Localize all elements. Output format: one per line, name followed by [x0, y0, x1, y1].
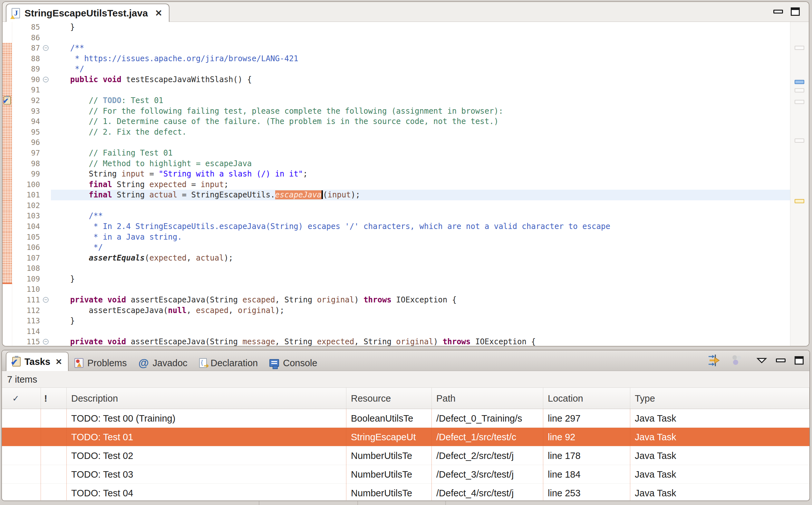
editor-tab[interactable]: StringEscapeUtilsTest.java ✕ — [6, 4, 169, 22]
code-line[interactable]: 93 // For the following failing test, pl… — [3, 106, 809, 117]
code-text[interactable]: */ — [51, 64, 790, 74]
column-header-check[interactable]: ✓ — [2, 388, 41, 409]
code-text[interactable]: /** — [51, 43, 790, 53]
code-text[interactable]: final String expected = input; — [51, 179, 790, 190]
code-line[interactable]: 108 — [3, 263, 809, 274]
maximize-icon[interactable] — [795, 356, 804, 365]
task-row[interactable]: TODO: Test 04NumberUtilsTe/Defect_4/src/… — [2, 484, 809, 501]
view-tab-tasks[interactable]: Tasks✕ — [6, 352, 69, 371]
code-text[interactable]: // Failing Test 01 — [51, 148, 790, 158]
code-text[interactable] — [51, 326, 790, 337]
code-line[interactable]: 85 } — [3, 22, 809, 32]
code-text[interactable] — [51, 200, 790, 211]
close-icon[interactable]: ✕ — [55, 357, 62, 366]
code-text[interactable]: // 1. Determine cause of the failure. (T… — [51, 116, 790, 127]
code-editor[interactable]: 85 }8687− /**88 * https://issues.apache.… — [3, 22, 809, 346]
code-line[interactable]: 94 // 1. Determine cause of the failure.… — [3, 116, 809, 127]
view-menu-icon[interactable] — [757, 357, 767, 364]
minimize-icon[interactable] — [773, 10, 783, 13]
ruler-marker-yellow[interactable] — [795, 199, 804, 203]
current-code-line[interactable]: final String actual = StringEscapeUtils.… — [51, 190, 790, 200]
fold-collapse-icon[interactable]: − — [43, 297, 49, 303]
focus-on-selected-task-icon[interactable] — [708, 354, 721, 367]
column-header-resource[interactable]: Resource — [347, 388, 432, 409]
fold-collapse-icon[interactable]: − — [43, 77, 49, 82]
code-line[interactable]: 97 // Failing Test 01 — [3, 148, 809, 158]
column-header-priority[interactable]: ! — [41, 388, 67, 409]
code-text[interactable] — [51, 137, 790, 148]
code-text[interactable]: * https://issues.apache.org/jira/browse/… — [51, 53, 790, 64]
view-tab-javadoc[interactable]: @Javadoc — [133, 355, 193, 371]
column-header-path[interactable]: Path — [432, 388, 543, 409]
code-text[interactable]: // 2. Fix the defect. — [51, 127, 790, 138]
code-line[interactable]: 113 } — [3, 316, 809, 326]
code-line[interactable]: 86 — [3, 32, 809, 43]
code-text[interactable]: */ — [51, 242, 790, 253]
code-line[interactable]: 104 * In 2.4 StringEscapeUtils.escapeJav… — [3, 221, 809, 232]
code-line[interactable]: 91 — [3, 85, 809, 95]
task-row[interactable]: TODO: Test 00 (Training)BooleanUtilsTe/D… — [2, 409, 809, 428]
ruler-marker-outline[interactable] — [795, 46, 804, 50]
code-line[interactable]: 107 assertEquals(expected, actual); — [3, 253, 809, 264]
code-line[interactable]: 92 // TODO: Test 01 — [3, 95, 809, 106]
code-text[interactable]: assertEquals(expected, actual); — [51, 253, 790, 264]
code-line[interactable]: 100 final String expected = input; — [3, 179, 809, 190]
code-text[interactable]: * in a Java string. — [51, 232, 790, 242]
code-line[interactable]: 111− private void assertEscapeJava(Strin… — [3, 295, 809, 305]
ruler-marker-outline[interactable] — [795, 100, 804, 104]
view-tab-console[interactable]: Console — [264, 355, 323, 371]
view-tab-problems[interactable]: Problems — [69, 355, 133, 371]
code-line[interactable]: 109 } — [3, 274, 809, 284]
code-text[interactable]: public void testEscapeJavaWithSlash() { — [51, 74, 790, 85]
code-line[interactable]: 110 — [3, 284, 809, 295]
code-line[interactable]: 98 // Method to highlight = escapeJava — [3, 158, 809, 169]
code-text[interactable]: } — [51, 274, 790, 284]
ruler-marker-outline[interactable] — [795, 139, 804, 143]
code-text[interactable]: } — [51, 316, 790, 326]
close-icon[interactable]: ✕ — [155, 8, 162, 18]
code-text[interactable]: String input = "String with a slash (/) … — [51, 169, 790, 179]
code-line[interactable]: 115− private void assertEscapeJava(Strin… — [3, 337, 809, 347]
ruler-marker-blue[interactable] — [795, 80, 804, 84]
code-text[interactable]: /** — [51, 211, 790, 221]
code-line[interactable]: 89 */ — [3, 64, 809, 74]
task-marker-icon[interactable] — [4, 96, 11, 105]
code-text[interactable] — [51, 263, 790, 274]
column-header-location[interactable]: Location — [543, 388, 630, 409]
code-line[interactable]: 101 final String actual = StringEscapeUt… — [3, 190, 809, 200]
column-header-description[interactable]: Description — [67, 388, 347, 409]
filters-icon[interactable] — [730, 354, 743, 367]
minimize-icon[interactable] — [776, 358, 786, 362]
view-tab-declaration[interactable]: Declaration — [193, 355, 264, 371]
code-line[interactable]: 90− public void testEscapeJavaWithSlash(… — [3, 74, 809, 85]
column-header-type[interactable]: Type — [630, 388, 809, 409]
code-line[interactable]: 106 */ — [3, 242, 809, 253]
fold-collapse-icon[interactable]: − — [43, 45, 49, 51]
overview-ruler[interactable] — [790, 22, 809, 346]
code-text[interactable]: private void assertEscapeJava(String mes… — [51, 337, 790, 347]
code-text[interactable] — [51, 284, 790, 295]
maximize-icon[interactable] — [791, 7, 800, 16]
code-text[interactable]: // For the following failing test, pleas… — [51, 106, 790, 117]
code-line[interactable]: 102 — [3, 200, 809, 211]
task-row[interactable]: TODO: Test 03NumberUtilsTe/Defect_3/src/… — [2, 465, 809, 484]
code-line[interactable]: 95 // 2. Fix the defect. — [3, 127, 809, 138]
code-line[interactable]: 105 * in a Java string. — [3, 232, 809, 242]
ruler-marker-outline[interactable] — [795, 88, 804, 93]
code-text[interactable]: // Method to highlight = escapeJava — [51, 158, 790, 169]
code-line[interactable]: 87− /** — [3, 43, 809, 53]
code-text[interactable]: // TODO: Test 01 — [51, 95, 790, 106]
code-line[interactable]: 112 assertEscapeJava(null, escaped, orig… — [3, 305, 809, 316]
code-line[interactable]: 88 * https://issues.apache.org/jira/brow… — [3, 53, 809, 64]
code-line[interactable]: 99 String input = "String with a slash (… — [3, 169, 809, 179]
fold-collapse-icon[interactable]: − — [43, 339, 49, 345]
task-row[interactable]: TODO: Test 01StringEscapeUt/Defect_1/src… — [2, 428, 809, 446]
code-text[interactable] — [51, 32, 790, 43]
code-text[interactable]: assertEscapeJava(null, escaped, original… — [51, 305, 790, 316]
code-text[interactable] — [51, 85, 790, 95]
code-line[interactable]: 103 /** — [3, 211, 809, 221]
code-text[interactable]: private void assertEscapeJava(String esc… — [51, 295, 790, 305]
code-line[interactable]: 96 — [3, 137, 809, 148]
code-text[interactable]: } — [51, 22, 790, 32]
code-line[interactable]: 114 — [3, 326, 809, 337]
